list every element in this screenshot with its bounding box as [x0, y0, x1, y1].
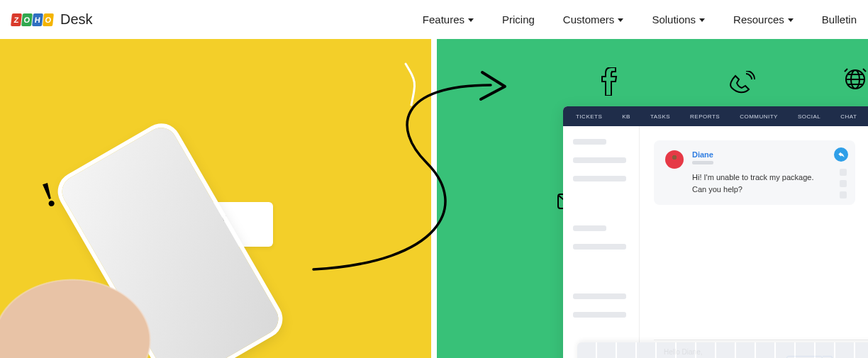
desk-tab-tickets[interactable]: TICKETS [576, 113, 602, 120]
desk-tab-chat[interactable]: CHAT [840, 113, 857, 120]
nav-resources[interactable]: Resources [733, 13, 794, 26]
primary-nav: Features Pricing Customers Solutions Res… [423, 13, 857, 26]
sidebar-skeleton [573, 157, 626, 163]
ticket-body-line: Hi! I'm unable to track my package. [692, 172, 813, 184]
desk-sidebar [563, 126, 640, 358]
sidebar-skeleton [573, 225, 606, 231]
hero-left-pane: ! ? ″ Hi! I'm unable to track my package… [0, 39, 431, 358]
desk-tab-community[interactable]: COMMUNITY [740, 113, 778, 120]
sidebar-skeleton [573, 244, 626, 250]
chevron-down-icon [699, 18, 705, 22]
hand-illustration [0, 202, 220, 358]
desk-tab-tasks[interactable]: TASKS [650, 113, 670, 120]
ticket-body-line: Can you help? [692, 184, 813, 196]
brand-name: Desk [60, 11, 93, 28]
nav-customers[interactable]: Customers [563, 13, 624, 26]
ticket-card[interactable]: Diane Hi! I'm unable to track my package… [654, 140, 855, 205]
chevron-down-icon [618, 18, 623, 22]
desk-app-body: Diane Hi! I'm unable to track my package… [563, 126, 868, 358]
nav-solutions[interactable]: Solutions [652, 13, 705, 26]
nav-bulletin-label: Bulletin [822, 13, 857, 26]
facebook-icon [600, 67, 618, 96]
nav-solutions-label: Solutions [652, 13, 696, 26]
keyboard-illustration [577, 342, 868, 358]
hero-right-pane: TICKETS KB TASKS REPORTS COMMUNITY SOCIA… [437, 39, 868, 358]
nav-features[interactable]: Features [423, 13, 474, 26]
desk-app-nav: TICKETS KB TASKS REPORTS COMMUNITY SOCIA… [563, 106, 868, 126]
nav-features-label: Features [423, 13, 464, 26]
reply-icon[interactable] [834, 147, 848, 162]
sidebar-skeleton [573, 312, 626, 318]
ticket-author-name: Diane [692, 150, 813, 159]
brand-logo[interactable]: ZOHO Desk [11, 11, 93, 28]
nav-bulletin[interactable]: Bulletin [822, 13, 857, 26]
globe-icon [843, 67, 867, 91]
ticket-action-skeleton [840, 180, 847, 187]
ticket-meta-skeleton [692, 161, 713, 164]
ticket-author-avatar [665, 150, 684, 169]
chevron-down-icon [468, 18, 474, 22]
ticket-side-actions [840, 169, 847, 198]
nav-resources-label: Resources [733, 13, 784, 26]
zoho-logo-icon: ZOHO [11, 13, 53, 26]
desk-tab-kb[interactable]: KB [622, 113, 630, 120]
sidebar-skeleton [573, 176, 626, 181]
ticket-action-skeleton [840, 191, 847, 198]
desk-app-preview: TICKETS KB TASKS REPORTS COMMUNITY SOCIA… [563, 106, 868, 358]
ticket-action-skeleton [840, 169, 847, 176]
site-header: ZOHO Desk Features Pricing Customers Sol… [0, 0, 868, 39]
sidebar-skeleton [573, 139, 606, 145]
hero-split: ! ? ″ Hi! I'm unable to track my package… [0, 39, 868, 358]
nav-pricing-label: Pricing [502, 13, 535, 26]
chevron-down-icon [788, 18, 794, 22]
nav-customers-label: Customers [563, 13, 615, 26]
desk-tab-social[interactable]: SOCIAL [798, 113, 820, 120]
phone-call-icon [728, 71, 757, 95]
desk-tab-reports[interactable]: REPORTS [690, 113, 720, 120]
desk-main: Diane Hi! I'm unable to track my package… [640, 126, 868, 358]
nav-pricing[interactable]: Pricing [502, 13, 535, 26]
sidebar-skeleton [573, 293, 626, 299]
